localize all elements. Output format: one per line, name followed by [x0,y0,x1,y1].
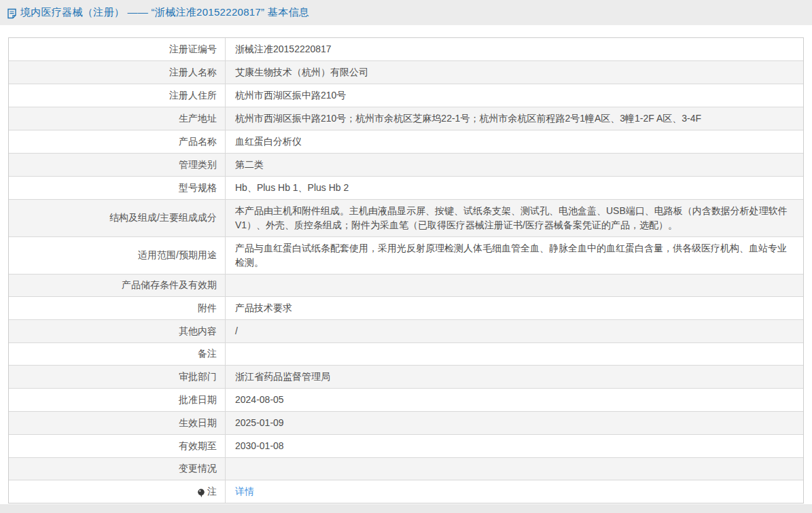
table-row: 生产地址 杭州市西湖区振中路210号；杭州市余杭区芝麻坞22-1号；杭州市余杭区… [9,107,803,130]
row-label: 结构及组成/主要组成成分 [9,200,225,236]
row-value [225,458,803,480]
table-row: 其他内容 / [9,319,803,342]
table-row: 注册人名称 艾康生物技术（杭州）有限公司 [9,60,803,84]
table-row: 变更情况 [9,457,803,480]
row-label: 生产地址 [9,107,225,130]
table-row: 管理类别 第二类 [9,153,803,176]
row-value: 2024-08-05 [225,389,803,411]
note-label-text: 注 [207,486,217,498]
row-value: 浙江省药品监督管理局 [225,366,803,388]
row-value: 浙械注准20152220817 [225,38,803,60]
row-label: 管理类别 [9,154,225,176]
row-label: 变更情况 [9,458,225,480]
row-value [225,275,803,296]
row-value: 详情 [225,480,803,503]
row-label: 附件 [9,297,225,319]
table-row: 备注 [9,342,803,365]
table-row: 型号规格 Hb、Plus Hb 1、Plus Hb 2 [9,176,803,199]
row-value: 本产品由主机和附件组成。主机由液晶显示屏、按键、试纸条支架、测试孔、电池盒盖、U… [225,200,803,236]
row-label: 其他内容 [9,320,225,342]
row-label: 注册人名称 [9,61,225,84]
row-label: 生效日期 [9,412,225,434]
table-row: 批准日期 2024-08-05 [9,388,803,411]
row-label: 备注 [9,343,225,365]
row-value: 血红蛋白分析仪 [225,130,803,153]
row-label: 注册人住所 [9,84,225,107]
row-value: 产品技术要求 [225,297,803,319]
detail-link[interactable]: 详情 [235,484,254,499]
row-label: 产品储存条件及有效期 [9,275,225,296]
row-value: 杭州市西湖区振中路210号；杭州市余杭区芝麻坞22-1号；杭州市余杭区前程路2号… [225,107,803,130]
table-row: 产品名称 血红蛋白分析仪 [9,130,803,153]
document-icon [7,8,17,19]
footer-strip [0,504,812,513]
page-title: 境内医疗器械（注册） —— “浙械注准20152220817” 基本信息 [20,6,309,19]
row-label: 型号规格 [9,177,225,199]
main-content: 注册证编号 浙械注准20152220817 注册人名称 艾康生物技术（杭州）有限… [0,25,812,504]
table-row: 适用范围/预期用途 产品与血红蛋白试纸条配套使用，采用光反射原理检测人体毛细血管… [9,236,803,274]
table-row: 附件 产品技术要求 [9,296,803,319]
row-value: 2025-01-09 [225,412,803,434]
row-value: / [225,320,803,342]
row-value: 产品与血红蛋白试纸条配套使用，采用光反射原理检测人体毛细血管全血、静脉全血中的血… [225,237,803,274]
table-row-note: 注 详情 [9,480,803,503]
table-row: 注册证编号 浙械注准20152220817 [9,38,803,60]
table-row: 注册人住所 杭州市西湖区振中路210号 [9,84,803,107]
table-row: 有效期至 2030-01-08 [9,434,803,457]
table-row: 生效日期 2025-01-09 [9,411,803,434]
table-row: 产品储存条件及有效期 [9,274,803,296]
row-label: 注册证编号 [9,38,225,60]
row-value [225,343,803,365]
row-label: 注 [9,480,225,503]
table-row: 结构及组成/主要组成成分 本产品由主机和附件组成。主机由液晶显示屏、按键、试纸条… [9,199,803,236]
row-value: 2030-01-08 [225,435,803,457]
row-label: 审批部门 [9,366,225,388]
row-value: Hb、Plus Hb 1、Plus Hb 2 [225,177,803,199]
registration-info-table: 注册证编号 浙械注准20152220817 注册人名称 艾康生物技术（杭州）有限… [8,37,804,503]
row-value: 第二类 [225,154,803,176]
row-label: 有效期至 [9,435,225,457]
balloon-note-icon [197,489,205,498]
page-header: 境内医疗器械（注册） —— “浙械注准20152220817” 基本信息 [0,0,812,25]
row-label: 批准日期 [9,389,225,411]
row-label: 适用范围/预期用途 [9,237,225,274]
row-label: 产品名称 [9,130,225,153]
table-row: 审批部门 浙江省药品监督管理局 [9,365,803,388]
row-value: 杭州市西湖区振中路210号 [225,84,803,107]
row-value: 艾康生物技术（杭州）有限公司 [225,61,803,84]
